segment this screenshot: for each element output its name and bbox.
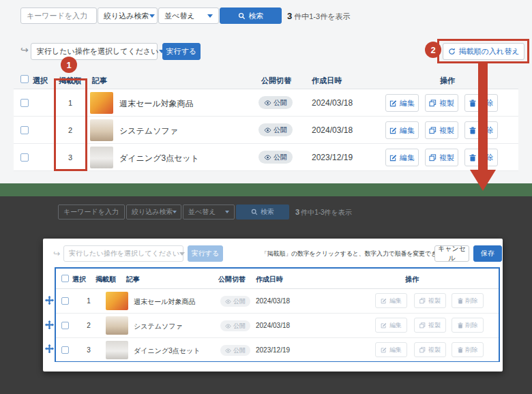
eye-icon — [225, 348, 231, 353]
delete-button-disabled: 削除 — [452, 342, 484, 357]
delete-button-disabled: 削除 — [452, 293, 484, 308]
copy-button-disabled: 複製 — [414, 342, 446, 357]
row-checkbox[interactable] — [61, 346, 69, 354]
edit-button-disabled: 編集 — [375, 318, 407, 333]
filter-search-label: 絞り込み検索 — [104, 11, 149, 21]
edit-button[interactable]: 編集 — [385, 94, 419, 112]
edit-button-label: 編集 — [400, 153, 415, 163]
publish-status-badge[interactable]: 公開 — [258, 123, 293, 136]
table-header: 選択 掲載順 記事 公開切替 作成日時 操作 — [56, 269, 499, 289]
publish-status-badge[interactable]: 公開 — [258, 151, 293, 164]
copy-button-label: 複製 — [428, 297, 441, 305]
copy-button-disabled: 複製 — [414, 318, 446, 333]
save-button[interactable]: 保存 — [473, 245, 502, 262]
publish-status-label: 公開 — [233, 322, 246, 331]
bulk-action-arrow-icon: ↪ — [20, 45, 29, 55]
article-thumbnail — [90, 147, 113, 168]
trash-icon — [469, 154, 476, 162]
edit-button[interactable]: 編集 — [385, 149, 419, 166]
copy-icon — [419, 347, 426, 353]
edit-button-label: 編集 — [400, 125, 415, 136]
filter-search-label: 絞り込み検索 — [132, 207, 173, 217]
order-number-editable[interactable]: 1 — [76, 297, 101, 305]
copy-button-label: 複製 — [439, 98, 454, 108]
row-checkbox[interactable] — [20, 153, 29, 162]
edit-button-disabled: 編集 — [375, 293, 407, 308]
reorder-hint-text: 「掲載順」の数字をクリックすると、数字入力で順番を変更できます。 — [261, 249, 456, 258]
publish-status-badge-disabled: 公開 — [220, 320, 250, 331]
row-checkbox[interactable] — [20, 126, 29, 134]
keyword-search-input-dimmed: キーワードを入力 — [58, 204, 125, 219]
search-button-dimmed: 検索 — [236, 204, 289, 219]
drag-handle-icon[interactable] — [45, 296, 54, 305]
copy-button[interactable]: 複製 — [425, 149, 458, 166]
row-checkbox[interactable] — [61, 297, 69, 305]
row-checkbox[interactable] — [61, 322, 69, 329]
select-all-checkbox[interactable] — [20, 75, 29, 83]
reorder-modal: ↪ 実行したい操作を選択してください 実行する 「掲載順」の数字をクリックすると… — [43, 239, 503, 372]
result-count: 3件中1-3件を表示 — [287, 11, 350, 22]
filter-search-dropdown[interactable]: 絞り込み検索 — [98, 7, 158, 24]
delete-button-disabled: 削除 — [452, 318, 484, 333]
eye-icon — [264, 127, 271, 133]
header-article: 記事 — [126, 275, 140, 284]
table-row-draggable[interactable]: 1 週末セール対象商品 公開 2024/03/18 編集 複製 削除 — [56, 289, 499, 314]
delete-button-label: 削除 — [466, 346, 478, 354]
annotation-arrow — [478, 63, 488, 170]
table-header: 選択 掲載順 記事 公開切替 作成日時 操作 — [14, 70, 518, 89]
copy-icon — [419, 322, 426, 329]
keyword-search-input[interactable] — [20, 7, 97, 24]
select-all-checkbox[interactable] — [61, 275, 69, 282]
edit-icon — [389, 100, 397, 107]
trash-icon — [469, 127, 476, 134]
order-number-editable[interactable]: 2 — [76, 322, 101, 329]
copy-icon — [429, 100, 437, 107]
article-thumbnail — [90, 92, 113, 114]
article-thumbnail — [106, 292, 128, 310]
copy-icon — [429, 127, 437, 134]
execute-button[interactable]: 実行する — [162, 43, 201, 60]
copy-button-label: 複製 — [428, 321, 441, 330]
trash-icon — [469, 100, 476, 107]
copy-button-label: 複製 — [439, 153, 454, 163]
publish-status-label: 公開 — [274, 98, 287, 108]
header-actions: 操作 — [440, 76, 455, 86]
created-date: 2023/12/19 — [312, 153, 353, 162]
bulk-action-dropdown[interactable]: 実行したい操作を選択してください — [31, 43, 158, 60]
filter-search-dropdown-dimmed: 絞り込み検索 — [126, 204, 181, 219]
chevron-down-icon — [207, 14, 213, 18]
annotation-step-2-badge: 2 — [425, 42, 441, 58]
table-row-draggable[interactable]: 3 ダイニング3点セット 公開 2023/12/19 編集 複製 削除 — [56, 338, 499, 361]
header-select: 選択 — [72, 275, 86, 284]
row-checkbox[interactable] — [20, 99, 29, 107]
cancel-button[interactable]: キャンセル — [434, 245, 469, 262]
publish-status-label: 公開 — [233, 297, 246, 306]
chevron-down-icon — [149, 14, 155, 18]
bulk-action-placeholder: 実行したい操作を選択してください — [69, 249, 179, 258]
copy-button[interactable]: 複製 — [425, 94, 458, 112]
article-thumbnail — [106, 316, 128, 335]
edit-button[interactable]: 編集 — [385, 121, 419, 139]
table-row-draggable[interactable]: 2 システムソファ 公開 2024/03/18 編集 複製 削除 — [56, 314, 499, 338]
header-order: 掲載順 — [95, 275, 116, 284]
sort-dropdown[interactable]: 並べ替え — [158, 7, 219, 24]
execute-button-disabled: 実行する — [188, 245, 223, 262]
article-title: 週末セール対象商品 — [119, 98, 194, 110]
cancel-button-label: キャンセル — [435, 244, 469, 263]
trash-icon — [458, 347, 463, 353]
copy-button-label: 複製 — [439, 125, 454, 136]
bulk-action-dropdown-disabled: 実行したい操作を選択してください — [63, 245, 183, 262]
sort-dropdown-dimmed: 並べ替え — [183, 204, 235, 219]
copy-button[interactable]: 複製 — [425, 121, 458, 139]
created-date: 2024/03/18 — [256, 297, 290, 305]
order-number-editable[interactable]: 3 — [76, 346, 101, 354]
publish-status-badge[interactable]: 公開 — [258, 96, 293, 109]
chevron-down-icon — [225, 211, 229, 213]
bulk-action-arrow-icon: ↪ — [53, 249, 60, 258]
publish-status-label: 公開 — [274, 125, 287, 135]
search-button[interactable]: 検索 — [220, 7, 282, 24]
header-created: 作成日時 — [256, 275, 283, 284]
drag-handle-icon[interactable] — [45, 320, 54, 329]
drag-handle-icon[interactable] — [45, 344, 54, 353]
edit-icon — [389, 154, 397, 162]
